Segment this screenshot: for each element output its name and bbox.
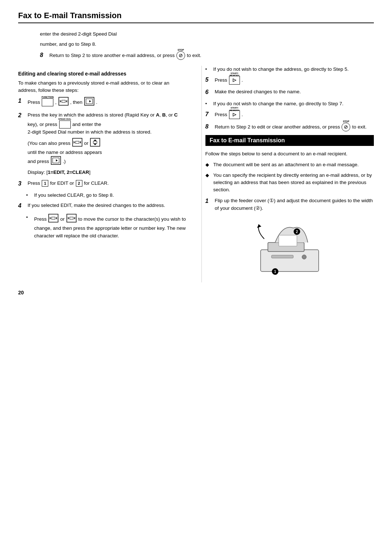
start-memory-key-5: START/MEMORY bbox=[229, 76, 240, 85]
stop-label: STOP bbox=[177, 48, 184, 52]
bullet-sym-clear: • bbox=[26, 192, 33, 199]
step-8-right-content: Return to Step 2 to edit or clear anothe… bbox=[215, 123, 374, 131]
step-8-top-content: Return to Step 2 to store another e-mail… bbox=[49, 51, 374, 60]
bullet-name-change: • If you do not wish to change the name,… bbox=[205, 100, 374, 107]
step-2-num: 2 bbox=[18, 111, 26, 176]
svg-marker-10 bbox=[74, 141, 75, 144]
top-line2: number, and go to Step 8. bbox=[40, 41, 374, 48]
svg-marker-8 bbox=[89, 100, 91, 102]
step-3-left: 3 Press 1 for EDIT or 2 for CLEAR. bbox=[18, 180, 187, 188]
step-1-content: Press FUNCTION , , then bbox=[28, 97, 187, 108]
svg-marker-3 bbox=[60, 100, 61, 103]
diamond-sym-2: ◆ bbox=[205, 172, 212, 194]
start-memory-label-7: START/MEMORY bbox=[229, 107, 239, 111]
svg-marker-25 bbox=[68, 217, 69, 220]
speed-dial-key: SPEED DIAL bbox=[59, 121, 71, 128]
svg-marker-14 bbox=[94, 139, 97, 141]
bullet-name-text: If you do not wish to change the name, g… bbox=[213, 100, 374, 107]
top-section: enter the desired 2-digit Speed Dial num… bbox=[18, 30, 374, 60]
svg-rect-36 bbox=[271, 255, 293, 258]
svg-marker-4 bbox=[66, 100, 67, 103]
stop-label-right: STOP bbox=[343, 120, 350, 123]
fax-machine-svg: 1 2 bbox=[239, 217, 340, 282]
svg-rect-23 bbox=[52, 217, 55, 219]
svg-rect-5 bbox=[62, 100, 65, 102]
nav-key-ud-2b bbox=[90, 138, 100, 149]
nav-key-enter bbox=[84, 97, 94, 108]
bullet-nav-content: Press or bbox=[34, 214, 187, 240]
section-heading-edit: Editing and clearing stored e-mail addre… bbox=[18, 71, 187, 77]
bullet-sym-nav: • bbox=[26, 214, 33, 240]
diamond-bullet-1: ◆ The document will be sent as an attach… bbox=[205, 161, 374, 168]
fax-illustration: 1 2 bbox=[205, 217, 374, 282]
step-7-content: Press START/MEMORY . bbox=[215, 110, 374, 119]
diamond-text-2: You can specify the recipient by directl… bbox=[213, 172, 374, 194]
bullet-sym-name: • bbox=[205, 100, 212, 107]
svg-point-35 bbox=[302, 255, 306, 259]
step-8-right: 8 Return to Step 2 to edit or clear anot… bbox=[205, 123, 374, 131]
svg-marker-22 bbox=[56, 217, 57, 220]
page-title: Fax to E-mail Transmission bbox=[18, 11, 374, 23]
start-memory-key-7: START/MEMORY bbox=[229, 110, 240, 119]
step-8-right-num: 8 bbox=[205, 122, 213, 131]
step-2-content: Press the key in which the address is st… bbox=[28, 111, 187, 176]
step-6-content: Make the desired changes to the name. bbox=[215, 88, 374, 97]
two-col-layout: Editing and clearing stored e-mail addre… bbox=[18, 66, 374, 282]
step-5-right: 5 Press START/MEMORY . bbox=[205, 76, 374, 85]
step-7-num: 7 bbox=[205, 110, 213, 119]
edit-intro: To make changes to a previously stored e… bbox=[18, 79, 187, 94]
step-1-fax-content: Flip up the feeder cover (①) and adjust … bbox=[215, 197, 374, 212]
svg-rect-34 bbox=[279, 235, 297, 246]
section-banner-fax: Fax to E-mail Transmission bbox=[205, 135, 374, 146]
step-4-content: If you selected EDIT, make the desired c… bbox=[28, 202, 187, 210]
svg-marker-29 bbox=[233, 113, 236, 116]
bullet-sym-addr: • bbox=[205, 66, 212, 73]
step-1-fax-num: 1 bbox=[205, 197, 213, 212]
svg-marker-19 bbox=[56, 159, 58, 162]
svg-marker-15 bbox=[94, 144, 97, 145]
step-1-left: 1 Press FUNCTION , , then bbox=[18, 97, 187, 108]
key-2: 2 bbox=[76, 180, 82, 187]
step-6-num: 6 bbox=[205, 88, 213, 97]
page-number: 20 bbox=[18, 290, 374, 295]
svg-rect-12 bbox=[75, 141, 79, 143]
svg-marker-21 bbox=[50, 217, 51, 220]
bullet-addr-change: • If you do not wish to change the addre… bbox=[205, 66, 374, 73]
svg-marker-41 bbox=[257, 224, 261, 228]
step-1-num: 1 bbox=[18, 97, 26, 108]
svg-rect-16 bbox=[93, 141, 97, 143]
left-column: Editing and clearing stored e-mail addre… bbox=[18, 66, 191, 282]
step-5-content: Press START/MEMORY . bbox=[215, 76, 374, 85]
step-3-content: Press 1 for EDIT or 2 for CLEAR. bbox=[28, 180, 187, 188]
bullet-clear-text: If you selected CLEAR, go to Step 8. bbox=[34, 192, 187, 199]
step-8-top-num: 8 bbox=[40, 51, 48, 60]
function-key: FUNCTION bbox=[42, 98, 53, 106]
svg-line-31 bbox=[345, 126, 347, 128]
stop-key-top: STOP bbox=[176, 51, 185, 60]
step-1-fax: 1 Flip up the feeder cover (①) and adjus… bbox=[205, 197, 374, 212]
step-5-num: 5 bbox=[205, 76, 213, 85]
bullet-press-nav: • Press or bbox=[26, 214, 187, 240]
step-4-num: 4 bbox=[18, 201, 26, 210]
svg-text:2: 2 bbox=[296, 230, 298, 234]
nav-key-lr-1 bbox=[58, 97, 69, 108]
key-1: 1 bbox=[42, 180, 48, 187]
start-memory-label-5: START/MEMORY bbox=[229, 72, 239, 77]
stop-key-right: STOP bbox=[342, 123, 350, 131]
svg-rect-27 bbox=[70, 217, 73, 219]
nav-key-lr-4a bbox=[48, 214, 58, 225]
svg-marker-28 bbox=[233, 79, 236, 82]
step-7-right: 7 Press START/MEMORY . bbox=[205, 110, 374, 119]
nav-key-enter-2 bbox=[51, 156, 61, 167]
function-label: FUNCTION bbox=[41, 95, 54, 99]
step-6-right: 6 Make the desired changes to the name. bbox=[205, 88, 374, 97]
svg-rect-32 bbox=[261, 250, 319, 272]
step-4-left: 4 If you selected EDIT, make the desired… bbox=[18, 202, 187, 210]
step-3-num: 3 bbox=[18, 179, 26, 188]
diamond-bullet-2: ◆ You can specify the recipient by direc… bbox=[205, 172, 374, 194]
then-text: then bbox=[73, 99, 82, 105]
bullet-clear: • If you selected CLEAR, go to Step 8. bbox=[26, 192, 187, 199]
svg-line-1 bbox=[180, 54, 182, 57]
right-column: • If you do not wish to change the addre… bbox=[201, 66, 374, 282]
bullet-addr-text: If you do not wish to change the address… bbox=[213, 66, 374, 73]
